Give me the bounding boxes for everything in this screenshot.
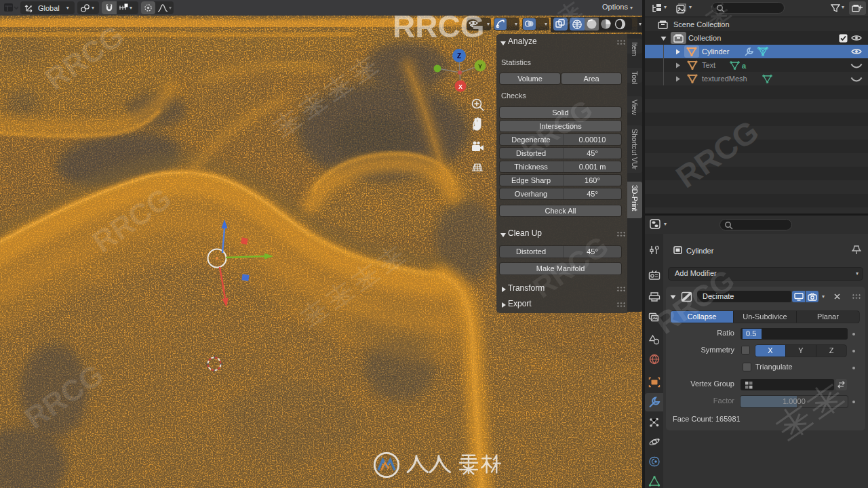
svg-text:X: X xyxy=(458,83,462,90)
svg-text:Y: Y xyxy=(478,63,482,70)
svg-text:Z: Z xyxy=(457,52,461,60)
svg-text:a: a xyxy=(742,62,747,69)
